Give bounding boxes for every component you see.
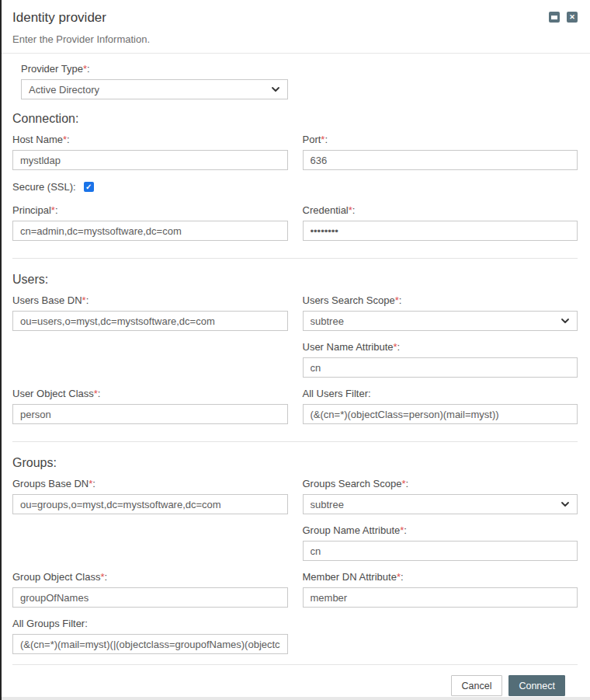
principal-label: Principal*: <box>12 204 288 216</box>
window-controls: ✕ <box>549 12 578 23</box>
user-name-attribute-input[interactable] <box>303 357 578 378</box>
groups-search-scope-select[interactable]: subtree <box>303 494 578 514</box>
connect-button[interactable]: Connect <box>508 675 565 696</box>
page-left-edge <box>0 0 2 700</box>
users-base-dn-label: Users Base DN*: <box>12 294 288 306</box>
group-object-class-label: Group Object Class*: <box>12 571 288 583</box>
user-name-attribute-row: User Name Attribute*: <box>12 341 578 378</box>
close-icon[interactable]: ✕ <box>567 12 578 23</box>
dialog-body: Provider Type*: Active Directory Connect… <box>2 54 590 697</box>
principal-credential-row: Principal*: Credential*: <box>12 204 578 241</box>
section-groups-heading: Groups: <box>12 455 578 470</box>
dialog-header: Identity provider ✕ Enter the Provider I… <box>2 0 590 54</box>
provider-type-label: Provider Type*: <box>21 63 288 75</box>
dialog-footer: Cancel Connect <box>12 664 578 697</box>
chevron-down-icon <box>271 85 280 94</box>
chevron-down-icon <box>560 500 570 509</box>
cancel-button[interactable]: Cancel <box>451 675 503 696</box>
groups-search-scope-label: Groups Search Scope*: <box>303 478 578 489</box>
section-divider <box>12 441 578 442</box>
member-dn-attribute-label: Member DN Attribute*: <box>303 571 578 583</box>
users-base-dn-input[interactable] <box>12 311 288 331</box>
groups-base-dn-label: Groups Base DN*: <box>12 478 288 489</box>
check-icon: ✓ <box>85 183 92 191</box>
page-bottom-strip <box>0 697 590 700</box>
secure-ssl-checkbox[interactable]: ✓ <box>84 182 94 192</box>
section-divider <box>12 258 578 259</box>
users-basedn-scope-row: Users Base DN*: Users Search Scope*: sub… <box>12 294 578 331</box>
groups-base-dn-input[interactable] <box>12 494 288 514</box>
secure-ssl-label: Secure (SSL): <box>12 181 76 193</box>
user-name-attribute-label: User Name Attribute*: <box>303 341 578 353</box>
provider-type-select[interactable]: Active Directory <box>21 79 288 99</box>
identity-provider-dialog: Identity provider ✕ Enter the Provider I… <box>2 0 590 697</box>
user-object-class-input[interactable] <box>12 404 288 424</box>
host-port-row: Host Name*: Port*: <box>12 134 578 170</box>
group-object-class-input[interactable] <box>12 587 288 608</box>
secure-ssl-row: Secure (SSL): ✓ <box>12 181 578 193</box>
all-groups-filter-input[interactable] <box>12 634 288 654</box>
host-name-input[interactable] <box>12 150 288 170</box>
groups-basedn-scope-row: Groups Base DN*: Groups Search Scope*: s… <box>12 478 578 514</box>
users-search-scope-select[interactable]: subtree <box>303 311 578 331</box>
all-groups-filter-label: All Groups Filter: <box>12 618 288 629</box>
restore-window-icon[interactable] <box>549 12 560 23</box>
section-users-heading: Users: <box>12 272 578 287</box>
host-name-label: Host Name*: <box>12 134 288 145</box>
dialog-subtitle: Enter the Provider Information. <box>12 33 578 45</box>
all-users-filter-input[interactable] <box>303 404 578 424</box>
chevron-down-icon <box>560 316 570 326</box>
all-groups-filter-row: All Groups Filter: <box>12 618 578 654</box>
page-title: Identity provider <box>12 9 549 26</box>
member-dn-attribute-input[interactable] <box>303 587 578 608</box>
group-name-attribute-input[interactable] <box>303 541 578 561</box>
section-connection-heading: Connection: <box>12 111 578 126</box>
port-label: Port*: <box>303 134 578 145</box>
user-class-filter-row: User Object Class*: All Users Filter: <box>12 388 578 424</box>
group-name-attribute-label: Group Name Attribute*: <box>303 524 578 536</box>
all-users-filter-label: All Users Filter: <box>303 388 578 399</box>
principal-input[interactable] <box>12 221 288 241</box>
group-name-attribute-row: Group Name Attribute*: <box>12 524 578 561</box>
users-search-scope-label: Users Search Scope*: <box>303 294 578 306</box>
credential-input[interactable] <box>303 221 578 241</box>
user-object-class-label: User Object Class*: <box>12 388 288 399</box>
port-input[interactable] <box>303 150 578 170</box>
group-class-member-row: Group Object Class*: Member DN Attribute… <box>12 571 578 608</box>
credential-label: Credential*: <box>303 204 578 216</box>
provider-type-row: Provider Type*: Active Directory <box>12 63 578 99</box>
